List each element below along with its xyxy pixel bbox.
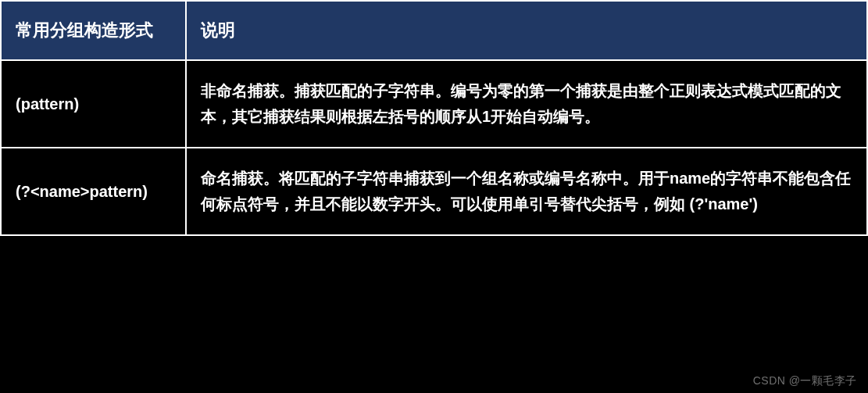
grouping-constructs-table: 常用分组构造形式 说明 (pattern) 非命名捕获。捕获匹配的子字符串。编号… (0, 0, 868, 236)
table-header-row: 常用分组构造形式 说明 (1, 1, 867, 60)
header-form: 常用分组构造形式 (1, 1, 186, 60)
cell-desc: 非命名捕获。捕获匹配的子字符串。编号为零的第一个捕获是由整个正则表达式模式匹配的… (186, 60, 867, 148)
header-desc: 说明 (186, 1, 867, 60)
cell-form: (pattern) (1, 60, 186, 148)
table-row: (?<name>pattern) 命名捕获。将匹配的子字符串捕获到一个组名称或编… (1, 148, 867, 235)
watermark-text: CSDN @一颗毛李子 (753, 374, 857, 388)
cell-desc: 命名捕获。将匹配的子字符串捕获到一个组名称或编号名称中。用于name的字符串不能… (186, 148, 867, 235)
cell-form: (?<name>pattern) (1, 148, 186, 235)
table-row: (pattern) 非命名捕获。捕获匹配的子字符串。编号为零的第一个捕获是由整个… (1, 60, 867, 148)
